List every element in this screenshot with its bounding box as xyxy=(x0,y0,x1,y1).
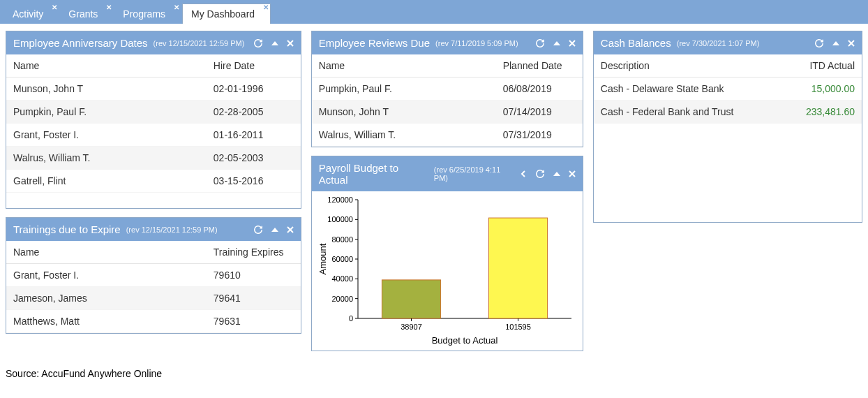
svg-text:80000: 80000 xyxy=(331,235,353,244)
col-description[interactable]: Description xyxy=(594,54,781,78)
widget-cash: Cash Balances (rev 7/30/2021 1:07 PM) De… xyxy=(593,31,862,223)
svg-text:40000: 40000 xyxy=(331,274,353,283)
widget-title: Employee Anniversary Dates xyxy=(13,37,148,49)
svg-text:100000: 100000 xyxy=(327,215,353,223)
col-name[interactable]: Name xyxy=(312,54,496,78)
tab-my-dashboard[interactable]: My Dashboard ✕ xyxy=(182,3,271,24)
table-row[interactable]: Grant, Foster I.79610 xyxy=(6,264,301,287)
svg-text:Amount: Amount xyxy=(317,243,328,274)
table-row[interactable]: Pumpkin, Paul F.02-28-2005 xyxy=(6,101,301,124)
table-row[interactable]: Cash - Delaware State Bank15,000.00 xyxy=(594,78,862,101)
table-row[interactable]: Walrus, William T.07/31/2019 xyxy=(312,124,583,147)
col-name[interactable]: Name xyxy=(6,54,207,78)
col-hire-date[interactable]: Hire Date xyxy=(207,54,301,78)
col-name[interactable]: Name xyxy=(6,241,207,264)
widget-payroll: Payroll Budget to Actual (rev 6/25/2019 … xyxy=(311,156,583,351)
widget-header: Employee Reviews Due (rev 7/11/2019 5:09… xyxy=(312,31,583,54)
close-icon[interactable]: ✕ xyxy=(174,4,179,11)
reviews-table: Name Planned Date Pumpkin, Paul F.06/08/… xyxy=(312,54,583,147)
table-row[interactable]: Cash - Federal Bank and Trust233,481.60 xyxy=(594,101,862,124)
svg-marker-3 xyxy=(271,228,278,232)
close-icon[interactable] xyxy=(569,40,576,47)
widget-reviews: Employee Reviews Due (rev 7/11/2019 5:09… xyxy=(311,31,583,147)
refresh-icon[interactable] xyxy=(814,38,824,48)
trainings-table: Name Training Expires Grant, Foster I.79… xyxy=(6,241,301,333)
widget-revision: (rev 7/11/2019 5:09 PM) xyxy=(435,39,518,47)
tab-label: Grants xyxy=(68,8,105,20)
svg-text:Budget to Actual: Budget to Actual xyxy=(431,335,497,346)
close-icon[interactable]: ✕ xyxy=(106,4,112,11)
refresh-icon[interactable] xyxy=(535,38,545,48)
cash-table: Description ITD Actual Cash - Delaware S… xyxy=(594,54,862,124)
tab-bar: Activity ✕ Grants ✕ Programs ✕ My Dashbo… xyxy=(0,0,868,24)
collapse-icon[interactable] xyxy=(271,40,278,47)
widget-title: Payroll Budget to Actual xyxy=(319,162,428,186)
tab-grants[interactable]: Grants ✕ xyxy=(60,4,113,24)
refresh-icon[interactable] xyxy=(253,225,263,235)
widget-title: Cash Balances xyxy=(601,37,671,49)
widget-header: Employee Anniversary Dates (rev 12/15/20… xyxy=(6,31,301,54)
tab-programs[interactable]: Programs ✕ xyxy=(114,4,181,24)
widget-revision: (rev 6/25/2019 4:11 PM) xyxy=(434,165,516,182)
close-icon[interactable] xyxy=(287,40,294,47)
svg-marker-0 xyxy=(271,41,278,45)
col-planned-date[interactable]: Planned Date xyxy=(496,54,583,78)
payroll-bar-chart: 0200004000060000800001000001200003890710… xyxy=(316,194,578,346)
table-row[interactable]: Jameson, James79641 xyxy=(6,287,301,310)
dashboard: Employee Anniversary Dates (rev 12/15/20… xyxy=(0,24,868,358)
table-row[interactable]: Matthews, Matt79631 xyxy=(6,310,301,333)
table-row[interactable]: Walrus, William T.02-05-2003 xyxy=(6,147,301,170)
anniversary-table: Name Hire Date Munson, John T02-01-1996 … xyxy=(6,54,301,193)
widget-trainings: Trainings due to Expire (rev 12/15/2021 … xyxy=(6,217,301,334)
svg-marker-6 xyxy=(553,41,560,45)
refresh-icon[interactable] xyxy=(253,38,263,48)
source-attribution: Source: AccuFund Anywhere Online xyxy=(0,358,868,379)
widget-title: Trainings due to Expire xyxy=(13,223,121,235)
svg-text:60000: 60000 xyxy=(331,255,353,263)
close-icon[interactable] xyxy=(848,40,855,47)
widget-title: Employee Reviews Due xyxy=(319,37,430,49)
svg-rect-31 xyxy=(488,218,547,318)
svg-text:120000: 120000 xyxy=(327,196,353,204)
close-icon[interactable] xyxy=(287,226,294,233)
collapse-icon[interactable] xyxy=(832,40,839,47)
svg-marker-36 xyxy=(832,41,839,45)
close-icon[interactable] xyxy=(569,170,576,177)
svg-text:38907: 38907 xyxy=(401,323,422,331)
svg-text:101595: 101595 xyxy=(505,323,531,331)
svg-text:20000: 20000 xyxy=(331,295,353,303)
tab-label: Programs xyxy=(123,8,172,20)
collapse-icon[interactable] xyxy=(271,226,278,233)
widget-header: Payroll Budget to Actual (rev 6/25/2019 … xyxy=(312,156,583,191)
widget-revision: (rev 12/15/2021 12:59 PM) xyxy=(154,39,245,47)
tab-label: My Dashboard xyxy=(191,8,262,20)
widget-header: Cash Balances (rev 7/30/2021 1:07 PM) xyxy=(594,31,862,54)
tab-activity[interactable]: Activity ✕ xyxy=(4,4,59,24)
table-row[interactable]: Munson, John T07/14/2019 xyxy=(312,101,583,124)
table-row[interactable]: Pumpkin, Paul F.06/08/2019 xyxy=(312,78,583,101)
col-training-expires[interactable]: Training Expires xyxy=(207,241,301,264)
widget-header: Trainings due to Expire (rev 12/15/2021 … xyxy=(6,218,301,241)
svg-text:0: 0 xyxy=(349,314,353,323)
close-icon[interactable]: ✕ xyxy=(52,4,57,11)
widget-revision: (rev 7/30/2021 1:07 PM) xyxy=(677,39,760,47)
tab-label: Activity xyxy=(13,8,50,20)
table-row[interactable]: Grant, Foster I.01-16-2011 xyxy=(6,124,301,147)
previous-icon[interactable] xyxy=(520,170,527,177)
close-icon[interactable]: ✕ xyxy=(263,4,269,11)
collapse-icon[interactable] xyxy=(553,170,560,177)
svg-rect-28 xyxy=(382,280,440,318)
widget-revision: (rev 12/15/2021 12:59 PM) xyxy=(126,226,218,234)
collapse-icon[interactable] xyxy=(553,40,560,47)
svg-marker-9 xyxy=(553,172,560,176)
widget-anniversary: Employee Anniversary Dates (rev 12/15/20… xyxy=(6,31,301,209)
table-row[interactable]: Gatrell, Flint03-15-2016 xyxy=(6,170,301,193)
col-itd-actual[interactable]: ITD Actual xyxy=(781,54,862,78)
refresh-icon[interactable] xyxy=(535,169,545,179)
table-row[interactable]: Munson, John T02-01-1996 xyxy=(6,78,301,101)
